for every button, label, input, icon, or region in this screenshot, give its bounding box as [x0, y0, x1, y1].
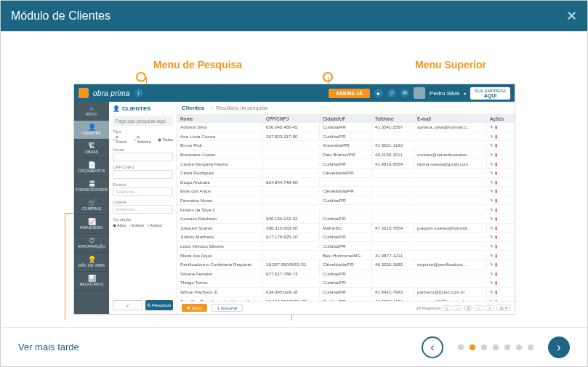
radio-inativo[interactable]: Inativo [132, 223, 144, 227]
edit-icon[interactable]: ✎ [490, 170, 494, 175]
table-row[interactable]: Thiago TorresCuritiba/PR✎▮ [177, 278, 515, 288]
delete-icon[interactable]: ▮ [495, 216, 497, 221]
delete-icon[interactable]: ▮ [495, 280, 497, 285]
see-later-link[interactable]: Ver mais tarde [18, 342, 79, 352]
table-row[interactable]: Diogo Andrade624.844.748-90✎▮ [177, 178, 515, 187]
search-input[interactable]: Faça sua pesquisa aqui. [113, 116, 173, 126]
cpf-input[interactable] [113, 170, 173, 179]
page-next-button[interactable]: ›› [475, 305, 483, 311]
tour-next-button[interactable]: › [548, 336, 570, 358]
page-prev-button[interactable]: ‹‹ [454, 305, 462, 311]
delete-icon[interactable]: ▮ [495, 198, 497, 203]
table-row[interactable]: Cássia Morgana FavinaCuritiba/PR41 9816-… [177, 159, 515, 169]
table-row[interactable]: Maria dos AnjosBelo Horizonte/MG31 9877-… [177, 251, 515, 260]
nome-input[interactable] [113, 153, 173, 161]
clear-button[interactable]: ✓ [113, 300, 142, 310]
edit-icon[interactable]: ✎ [490, 262, 494, 267]
sidebar-item-clientes[interactable]: 👤CLIENTES [74, 121, 109, 140]
delete-icon[interactable]: ▮ [495, 180, 497, 185]
edit-icon[interactable]: ✎ [490, 134, 494, 139]
radio-pj[interactable]: P. Jurídica [137, 135, 155, 144]
edit-icon[interactable]: ✎ [490, 234, 494, 239]
table-row[interactable]: Juliano Machado617.176.825-10Curitiba/PR… [177, 233, 515, 242]
help-icon[interactable]: ? [387, 89, 396, 97]
edit-icon[interactable]: ✎ [490, 124, 494, 129]
sidebar-item-início[interactable]: ⌂INÍCIO [74, 102, 109, 121]
delete-icon[interactable]: ▮ [495, 170, 497, 175]
company-badge[interactable]: SUA EMPRESA AQUI [470, 87, 510, 100]
delete-icon[interactable]: ▮ [495, 225, 497, 230]
info-icon[interactable]: i [134, 89, 143, 97]
edit-icon[interactable]: ✎ [490, 271, 494, 276]
notification-icon[interactable]: ✉ [400, 89, 409, 97]
condicao-radio-group[interactable]: ◉Ativo ○Inativo ○Ambos [113, 223, 173, 227]
new-button[interactable]: ✚ Novo [182, 304, 207, 312]
th-cidade[interactable]: Cidade/UF [320, 115, 372, 123]
step-dot[interactable] [516, 344, 522, 350]
th-email[interactable]: E-mail [414, 115, 487, 123]
delete-icon[interactable]: ▮ [495, 243, 497, 249]
table-row[interactable]: Ana Lúcia Correa267.822.317-90Curitiba/P… [177, 132, 515, 142]
export-button[interactable]: ⤓ Exportar [212, 304, 243, 312]
delete-icon[interactable]: ▮ [495, 142, 497, 148]
sidebar-item-fornecedores[interactable]: 📇FORNECEDORES [74, 177, 109, 196]
page-first-button[interactable]: |‹ [443, 305, 451, 311]
table-row[interactable]: Gustavo Machado906.156.132-92Curitiba/PR… [177, 214, 515, 224]
delete-icon[interactable]: ▮ [495, 134, 497, 139]
search-button[interactable]: 🔍 Pesquisar [145, 300, 174, 310]
step-dot[interactable] [504, 344, 510, 350]
sidebar-item-obras[interactable]: 🏗OBRAS [74, 140, 109, 158]
sidebar-item-financeiro[interactable]: 📈FINANCEIRO [74, 215, 109, 234]
table-row[interactable]: Lúcio Vinicius SilveiraCuritiba/PR✎▮ [177, 242, 515, 251]
table-row[interactable]: César RodriguesClevelândia/PR✎▮ [177, 169, 515, 178]
step-dot[interactable] [528, 344, 533, 350]
step-dot[interactable] [458, 344, 464, 350]
delete-icon[interactable]: ▮ [495, 152, 497, 157]
table-row[interactable]: Panificadora e Confeitaria Requinte18.20… [177, 260, 515, 270]
th-telefone[interactable]: Telefone [372, 115, 414, 123]
tour-prev-button[interactable]: ‹ [422, 336, 443, 358]
delete-icon[interactable]: ▮ [495, 253, 497, 258]
page-last-button[interactable]: ›| [486, 305, 494, 311]
radio-pf[interactable]: P. Física [116, 135, 131, 144]
radio-ambos[interactable]: Ambos [150, 223, 162, 227]
delete-icon[interactable]: ▮ [495, 271, 497, 276]
close-icon[interactable]: ✕ [566, 8, 577, 24]
radio-todos[interactable]: Todos [162, 137, 173, 142]
edit-icon[interactable]: ✎ [490, 180, 494, 185]
delete-icon[interactable]: ▮ [495, 161, 497, 166]
table-row[interactable]: Silvana Ferreira677.517.788-73Curitiba/P… [177, 270, 515, 279]
table-row[interactable]: Wilson Pacheco Jr.634.545.629-18Curitiba… [177, 288, 515, 297]
delete-icon[interactable]: ▮ [495, 207, 497, 212]
edit-icon[interactable]: ✎ [490, 216, 494, 221]
edit-icon[interactable]: ✎ [490, 161, 494, 166]
edit-icon[interactable]: ✎ [490, 188, 494, 193]
cidade-select[interactable]: Selecione... [113, 205, 173, 214]
step-dot[interactable] [481, 344, 487, 350]
delete-icon[interactable]: ▮ [495, 262, 497, 267]
subscribe-button[interactable]: ASSINE JÁ [329, 89, 370, 98]
th-cpf[interactable]: CPF/CNPJ [263, 115, 320, 123]
page-size-select[interactable]: 31 ▾ [496, 305, 510, 311]
sidebar-item-mão de obra[interactable]: 👷MÃO DE OBRA [74, 253, 109, 272]
chevron-down-icon[interactable]: ▾ [464, 91, 466, 96]
step-dot[interactable] [470, 344, 475, 350]
th-nome[interactable]: Nome [177, 115, 263, 123]
play-icon[interactable]: ► [374, 89, 383, 97]
edit-icon[interactable]: ✎ [490, 289, 494, 294]
delete-icon[interactable]: ▮ [495, 124, 497, 129]
table-row[interactable]: Joaquim Soares288.310.683-50Mafra/SC47 3… [177, 224, 515, 233]
table-row[interactable]: Bruno PickAraucária/PR41 3021-1122✎▮ [177, 141, 515, 150]
table-row[interactable]: Adriana Silva656.042.480-45Curitiba/PR41… [177, 123, 515, 132]
sidebar-item-apropriação[interactable]: ⏱APROPRIAÇÃO [74, 234, 109, 253]
table-row[interactable]: Elias dos AnjosClevelândia/PR✎▮ [177, 187, 515, 196]
sidebar-item-relatórios[interactable]: 📊RELATÓRIOS [74, 272, 109, 291]
edit-icon[interactable]: ✎ [490, 152, 494, 157]
edit-icon[interactable]: ✎ [490, 207, 494, 212]
step-dot[interactable] [493, 344, 499, 350]
table-row[interactable]: Farmácia NisseiCuritiba/PR✎▮ [177, 196, 515, 206]
avatar[interactable] [414, 87, 425, 99]
table-row[interactable]: Fulano da Silva 2✎▮ [177, 205, 515, 214]
tipo-radio-group[interactable]: ○P. Física ○P. Jurídica ◉Todos [113, 135, 173, 144]
edit-icon[interactable]: ✎ [490, 225, 494, 230]
